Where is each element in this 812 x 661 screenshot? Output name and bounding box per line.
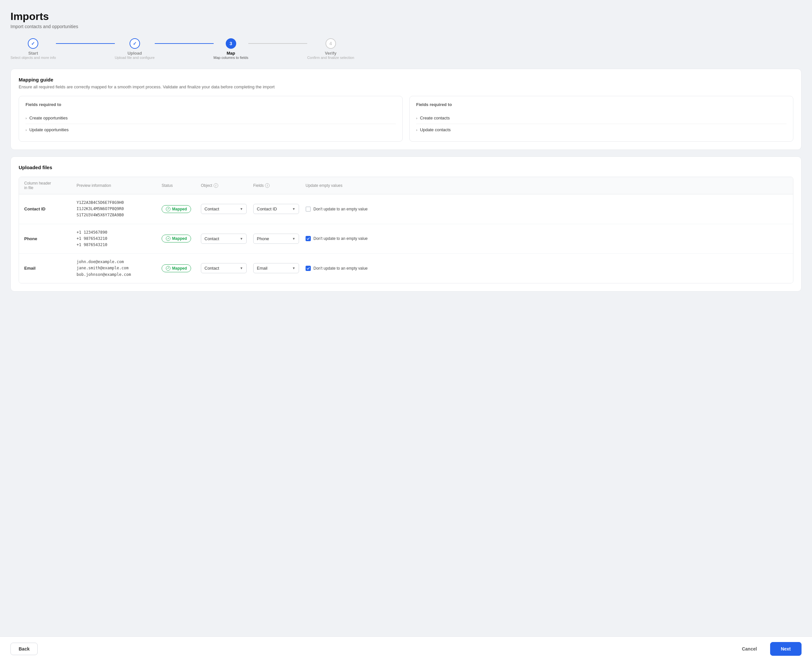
guide-item-create-contacts[interactable]: › Create contacts — [416, 112, 786, 124]
step-verify-label: Verify — [325, 51, 336, 56]
chevron-icon-create-opp: › — [26, 116, 27, 120]
next-button[interactable]: Next — [770, 642, 801, 656]
row1-object-select[interactable]: Contact ▼ — [201, 204, 253, 214]
table-row: Phone +1 1234567890+1 9876543210+1 98765… — [19, 224, 793, 254]
row1-check-icon: ✓ — [166, 207, 171, 211]
row1-preview: Y1Z2A3B4C5D6E7F8G9H0I1J2K3L4M5N6O7P8Q9R0… — [77, 200, 162, 219]
row2-field-dropdown[interactable]: Phone ▼ — [253, 234, 299, 244]
row3-check-svg — [306, 267, 310, 270]
files-table: Column headerin file Preview information… — [19, 177, 793, 283]
chevron-icon-update-opp: › — [26, 128, 27, 132]
row2-field-arrow: ▼ — [292, 237, 295, 241]
row3-update-empty-label: Don't update to an empty value — [313, 266, 368, 271]
table-row: Email john.doe@example.comjane.smith@exa… — [19, 254, 793, 283]
page-subtitle: Import contacts and opportunities — [11, 24, 801, 29]
row2-update-empty-checkbox[interactable] — [306, 236, 311, 241]
row1-object-dropdown[interactable]: Contact ▼ — [201, 204, 247, 214]
guide-item-create-opp[interactable]: › Create opportunities — [26, 112, 396, 124]
row3-column-name: Email — [24, 266, 77, 271]
uploaded-files-title: Uploaded files — [19, 164, 793, 170]
row2-check-svg — [306, 237, 310, 240]
row3-mapped-text: Mapped — [172, 266, 187, 271]
row1-update-empty: Don't update to an empty value — [306, 206, 378, 212]
header-status-text: Status — [162, 183, 173, 188]
row3-field-arrow: ▼ — [292, 267, 295, 270]
row3-object-select[interactable]: Contact ▼ — [201, 263, 253, 273]
row1-object-value: Contact — [204, 206, 219, 211]
row3-check-icon: ✓ — [166, 266, 171, 271]
row3-object-value: Contact — [204, 266, 219, 271]
table-header: Column headerin file Preview information… — [19, 177, 793, 194]
header-preview-text: Preview information — [77, 183, 111, 188]
guide-item-update-contacts[interactable]: › Update contacts — [416, 124, 786, 136]
guide-box-contacts: Fields required to › Create contacts › U… — [409, 96, 793, 142]
mapping-guide-title: Mapping guide — [19, 77, 793, 83]
mapping-guide-desc: Ensure all required fields are correctly… — [19, 85, 793, 89]
row1-column-name: Contact ID — [24, 206, 77, 211]
step-start: ✓ Start Select objects and more info — [11, 38, 56, 59]
object-info-icon: i — [214, 183, 218, 188]
row2-object-dropdown[interactable]: Contact ▼ — [201, 234, 247, 244]
guide-item-create-contacts-label: Create contacts — [420, 115, 450, 120]
row1-field-dropdown[interactable]: Contact ID ▼ — [253, 204, 299, 214]
row2-status: ✓ Mapped — [162, 235, 201, 243]
row1-field-select[interactable]: Contact ID ▼ — [253, 204, 306, 214]
step-line-3 — [248, 38, 307, 44]
row3-object-dropdown[interactable]: Contact ▼ — [201, 263, 247, 273]
row1-update-empty-label: Don't update to an empty value — [313, 207, 368, 211]
chevron-icon-create-contacts: › — [416, 116, 418, 120]
step-line-1 — [56, 38, 115, 44]
step-map-circle: 3 — [226, 38, 236, 49]
step-line-2 — [155, 38, 214, 44]
row1-status: ✓ Mapped — [162, 205, 201, 213]
row3-mapped-badge: ✓ Mapped — [162, 264, 191, 272]
uploaded-files-card: Uploaded files Column headerin file Prev… — [11, 156, 801, 292]
row1-object-arrow: ▼ — [240, 207, 243, 211]
back-button[interactable]: Back — [11, 643, 38, 655]
header-column-name: Column headerin file — [24, 181, 77, 190]
guide-box-contacts-title: Fields required to — [416, 102, 786, 107]
row2-object-select[interactable]: Contact ▼ — [201, 234, 253, 244]
guide-box-opp-title: Fields required to — [26, 102, 396, 107]
step-upload: ✓ Upload Upload file and configure — [115, 38, 155, 59]
step-upload-desc: Upload file and configure — [115, 56, 155, 59]
header-object: Object i — [201, 181, 253, 190]
guide-boxes: Fields required to › Create opportunitie… — [19, 96, 793, 142]
footer: Back Cancel Next — [0, 637, 812, 661]
row2-mapped-text: Mapped — [172, 236, 187, 241]
fields-info-icon: i — [265, 183, 270, 188]
row1-mapped-badge: ✓ Mapped — [162, 205, 191, 213]
cancel-button[interactable]: Cancel — [734, 643, 765, 655]
header-status: Status — [162, 181, 201, 190]
row2-update-empty: Don't update to an empty value — [306, 236, 378, 241]
row2-object-arrow: ▼ — [240, 237, 243, 241]
header-preview: Preview information — [77, 181, 162, 190]
row2-update-empty-label: Don't update to an empty value — [313, 236, 368, 241]
header-fields-text: Fields — [253, 183, 264, 188]
row3-field-value: Email — [257, 266, 268, 271]
row1-field-value: Contact ID — [257, 206, 277, 211]
step-map-label: Map — [227, 51, 235, 56]
header-column-name-text: Column headerin file — [24, 181, 51, 190]
guide-item-update-opp[interactable]: › Update opportunities — [26, 124, 396, 136]
row3-object-arrow: ▼ — [240, 267, 243, 270]
step-map-desc: Map columns to fields — [214, 56, 248, 59]
step-upload-circle: ✓ — [129, 38, 140, 49]
footer-right: Cancel Next — [734, 642, 801, 656]
row3-update-empty-checkbox[interactable] — [306, 266, 311, 271]
row3-field-select[interactable]: Email ▼ — [253, 263, 306, 273]
row2-preview: +1 1234567890+1 9876543210+1 9876543210 — [77, 229, 162, 248]
row2-field-select[interactable]: Phone ▼ — [253, 234, 306, 244]
header-object-text: Object — [201, 183, 212, 188]
row1-update-empty-checkbox[interactable] — [306, 206, 311, 212]
guide-item-create-opp-label: Create opportunities — [29, 115, 68, 120]
step-verify-desc: Confirm and finalize selection — [307, 56, 354, 59]
step-start-circle: ✓ — [28, 38, 38, 49]
step-upload-label: Upload — [128, 51, 142, 56]
mapping-guide-card: Mapping guide Ensure all required fields… — [11, 69, 801, 150]
header-fields: Fields i — [253, 181, 306, 190]
table-row: Contact ID Y1Z2A3B4C5D6E7F8G9H0I1J2K3L4M… — [19, 194, 793, 224]
step-verify-circle: 4 — [325, 38, 336, 49]
row3-field-dropdown[interactable]: Email ▼ — [253, 263, 299, 273]
step-start-label: Start — [29, 51, 38, 56]
